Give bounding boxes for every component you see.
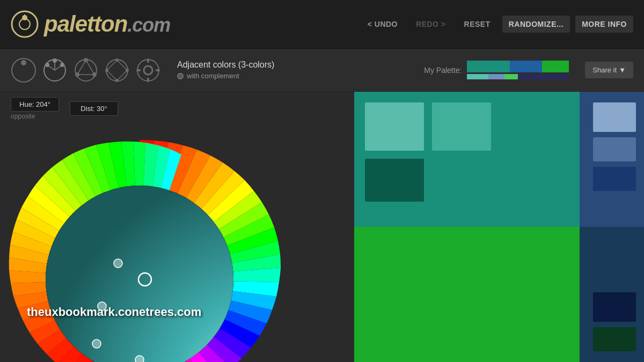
svg-point-45	[135, 356, 144, 362]
svg-point-14	[75, 60, 97, 81]
mode-icon-triad[interactable]	[73, 57, 99, 83]
color-wheel[interactable]	[0, 124, 295, 362]
header: paletton.com < UNDO REDO > RESET RANDOMI…	[0, 0, 644, 49]
darkgreen-swatch[interactable]	[593, 327, 636, 351]
logo-suffix: .com	[127, 14, 170, 36]
palette-row1	[467, 61, 569, 72]
blue-swatch-mid[interactable]	[593, 137, 636, 161]
mode-title: Adjacent colors (3-colors)	[177, 60, 419, 70]
logo-area: paletton.com	[11, 10, 361, 38]
svg-point-21	[106, 60, 128, 81]
logo-icon	[11, 10, 39, 38]
swatch-teal-light[interactable]	[467, 74, 488, 79]
svg-line-13	[47, 65, 55, 70]
teal-swatch-row-2	[365, 159, 569, 202]
color-block-dark[interactable]	[580, 227, 644, 362]
mode-sub-text: with complement	[187, 72, 239, 80]
hue-control[interactable]: Hue: 204°	[11, 97, 59, 112]
right-panel	[354, 92, 644, 362]
left-panel: Hue: 204° opposite Dist: 30°	[0, 92, 354, 362]
controls-row: Hue: 204° opposite Dist: 30°	[11, 97, 343, 120]
color-block-teal[interactable]	[354, 92, 580, 227]
opposite-label: opposite	[11, 113, 59, 120]
share-button[interactable]: Share it ▼	[585, 62, 633, 78]
teal-swatch-dark[interactable]	[365, 159, 424, 202]
palette-label: My Palette:	[424, 66, 462, 75]
share-label: Share it	[592, 66, 617, 74]
nav-buttons: < UNDO REDO > RESET RANDOMIZE... MORE IN…	[361, 16, 633, 33]
svg-rect-32	[147, 58, 149, 63]
toolbar: Adjacent colors (3-colors) with compleme…	[0, 49, 644, 92]
undo-button[interactable]: < UNDO	[361, 16, 404, 33]
svg-rect-34	[136, 69, 141, 71]
svg-line-27	[117, 70, 127, 80]
darkblue-swatch[interactable]	[593, 292, 636, 322]
svg-line-29	[107, 60, 117, 70]
dist-control[interactable]: Dist: 30°	[70, 101, 118, 116]
swatch-blue[interactable]	[510, 61, 542, 72]
more-info-button[interactable]: MORE INFO	[575, 16, 633, 33]
palette-grid	[354, 92, 644, 362]
swatch-teal[interactable]	[467, 61, 510, 72]
swatch-extra[interactable]	[518, 74, 569, 79]
blue-swatch-light[interactable]	[593, 102, 636, 132]
svg-line-12	[55, 65, 62, 70]
main: Hue: 204° opposite Dist: 30°	[0, 92, 644, 362]
color-wheel-container[interactable]	[0, 124, 295, 362]
svg-rect-33	[147, 78, 149, 82]
teal-swatch-row-1	[365, 102, 569, 151]
swatch-green-light[interactable]	[504, 74, 518, 79]
svg-line-28	[107, 70, 117, 80]
palette-swatches	[467, 61, 569, 79]
color-block-green[interactable]	[354, 227, 580, 362]
blue-swatch-dark[interactable]	[593, 167, 636, 191]
svg-point-30	[144, 66, 152, 75]
reset-button[interactable]: RESET	[458, 16, 497, 33]
teal-swatch-mid[interactable]	[432, 102, 491, 151]
swatch-green[interactable]	[542, 61, 569, 72]
mode-icon-settings[interactable]	[135, 57, 161, 83]
color-block-blue[interactable]	[580, 92, 644, 227]
chevron-down-icon: ▼	[619, 66, 626, 74]
svg-rect-35	[156, 69, 160, 71]
randomize-button[interactable]: RANDOMIZE...	[502, 16, 570, 33]
swatch-blue-light[interactable]	[488, 74, 504, 79]
palette-row2	[467, 74, 569, 79]
redo-button[interactable]: REDO >	[409, 16, 452, 33]
svg-line-26	[117, 60, 127, 70]
svg-point-42	[114, 259, 122, 268]
mode-icon-tetrad[interactable]	[104, 57, 130, 83]
mode-label: Adjacent colors (3-colors) with compleme…	[177, 60, 419, 80]
palette-area: My Palette:	[424, 61, 569, 79]
mode-sub: with complement	[177, 72, 419, 80]
teal-swatch-light[interactable]	[365, 102, 424, 151]
watermark: theuxbookmark.conetrees.com	[27, 305, 201, 319]
mode-icon-adjacent[interactable]	[42, 57, 68, 83]
mode-icon-mono[interactable]	[11, 57, 36, 83]
svg-point-44	[92, 339, 101, 348]
complement-radio[interactable]	[177, 73, 184, 79]
logo-text: paletton.com	[44, 11, 170, 37]
logo-name: paletton	[44, 11, 127, 36]
